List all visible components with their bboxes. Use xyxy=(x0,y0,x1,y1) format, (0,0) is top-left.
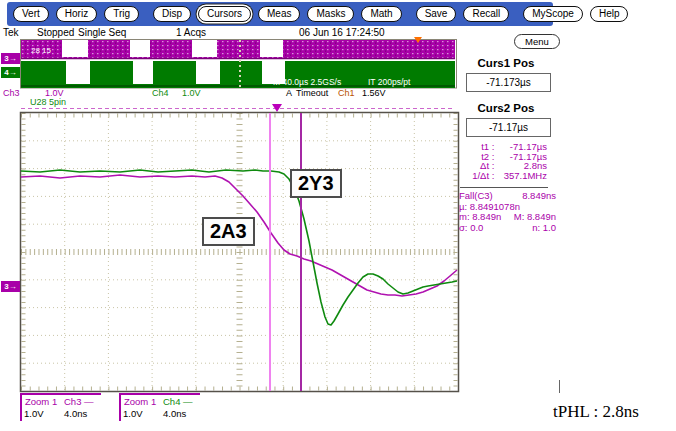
zoom-time: 4.0ns xyxy=(64,408,87,419)
ch3-label: Ch3 xyxy=(3,88,20,98)
measurement-value: 8.849ns xyxy=(522,191,556,202)
ch4-label: Ch4 xyxy=(152,88,169,98)
measurement-readout: Fall(C3) 8.849ns µ: 8.8491078n m: 8.849n… xyxy=(459,191,556,233)
zoom1-ch3-readout[interactable]: Zoom 1 Ch3 — 1.0V 4.0ns xyxy=(20,393,101,421)
datetime-label: 06 Jun 16 17:24:50 xyxy=(299,27,385,38)
scope-right-border xyxy=(559,380,560,393)
menu-button-vert[interactable]: Vert xyxy=(13,6,49,22)
menu-button[interactable]: Menu xyxy=(514,34,560,49)
trace-label-2y3: 2Y3 xyxy=(290,169,342,198)
zoom-scale: 1.0V xyxy=(123,408,143,419)
measurement-min: m: 8.849n xyxy=(459,212,501,223)
curs2-title: Curs2 Pos xyxy=(462,102,550,114)
cursor-stats: t1 : -71.17µst2 : -71.17µsΔt : 2.8ns1/Δt… xyxy=(455,142,547,180)
menu-button-myscope[interactable]: MyScope xyxy=(523,6,583,22)
menu-bar: VertHorizTrigDispCursorsMeasMasksMathSav… xyxy=(7,2,553,26)
menu-button-disp[interactable]: Disp xyxy=(153,6,191,22)
zoom-scale: 1.0V xyxy=(24,408,44,419)
zoom-channel: Ch4 — xyxy=(163,396,193,407)
acq-state: Stopped xyxy=(37,27,74,38)
menu-button-cursors[interactable]: Cursors xyxy=(198,6,251,22)
menu-button-meas[interactable]: Meas xyxy=(258,6,300,22)
menu-button-math[interactable]: Math xyxy=(361,6,401,22)
menu-button-trig[interactable]: Trig xyxy=(104,6,139,22)
brand-label: Tek xyxy=(3,27,19,38)
menu-button-horiz[interactable]: Horiz xyxy=(56,6,97,22)
ch3-zoom-marker[interactable]: 3→ xyxy=(1,281,20,292)
curs1-value-field[interactable]: -71.173µs xyxy=(466,73,551,92)
cursor-stat-row: 1/Δt : 357.1MHz xyxy=(455,171,547,181)
resolution-readout: IT 200ps/pt xyxy=(368,77,410,87)
zoom-title: Zoom 1 xyxy=(124,396,156,407)
zoom1-ch4-readout[interactable]: Zoom 1 Ch4 — 1.0V 4.0ns xyxy=(119,393,200,421)
timebase-readout: M 40.0µs 2.5GS/s xyxy=(273,77,341,87)
zoom-context-ruler xyxy=(21,104,455,112)
trigger-level: 1.56V xyxy=(362,88,386,98)
zoom-title: Zoom 1 xyxy=(25,396,57,407)
tphl-caption: tPHL : 2.8ns xyxy=(553,402,639,422)
measurement-max: M: 8.849n xyxy=(514,212,556,223)
menu-button-help[interactable]: Help xyxy=(590,6,629,22)
record-label: 28 15 xyxy=(31,46,51,55)
trigger-source: Ch1 xyxy=(338,88,355,98)
measurement-count: n: 1.0 xyxy=(532,223,556,234)
net-label: U28 5pin xyxy=(30,97,66,107)
ch3-overview-marker[interactable]: 3→ xyxy=(1,53,20,64)
menu-button-masks[interactable]: Masks xyxy=(307,6,354,22)
zoom-channel: Ch3 — xyxy=(64,396,94,407)
measurement-name: Fall(C3) xyxy=(459,191,493,202)
trigger-type: Timeout xyxy=(296,88,328,98)
menu-button-recall[interactable]: Recall xyxy=(463,6,509,22)
trace-label-2a3: 2A3 xyxy=(202,217,255,246)
acq-count: 1 Acqs xyxy=(176,27,206,38)
ch4-scale: 1.0V xyxy=(182,88,201,98)
menu-button-save[interactable]: Save xyxy=(416,6,457,22)
scope-graphics xyxy=(0,0,676,431)
acq-mode: Single Seq xyxy=(78,27,126,38)
separator xyxy=(460,187,548,188)
curs1-title: Curs1 Pos xyxy=(462,57,550,69)
trigger-a-label: A xyxy=(286,88,292,98)
curs2-value-field[interactable]: -71.17µs xyxy=(466,118,551,137)
main-graticule xyxy=(21,113,459,392)
ch4-overview-marker[interactable]: 4→ xyxy=(1,67,20,78)
measurement-sigma: σ: 0.0 xyxy=(459,223,483,234)
zoom-time: 4.0ns xyxy=(163,408,186,419)
